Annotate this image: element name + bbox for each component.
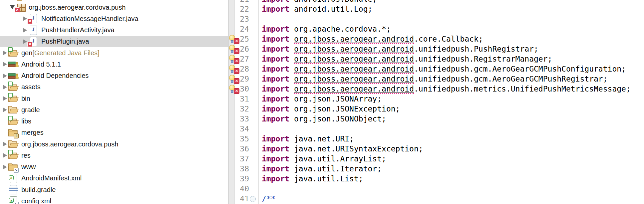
tree-item-gen[interactable]: gen [Generated Java Files] xyxy=(0,47,230,59)
code-line-33[interactable]: 33import org.json.JSONObject; xyxy=(228,114,644,124)
tree-item-label: assets xyxy=(21,83,41,91)
package-explorer: ✕org.jboss.aerogear.cordova.pushJ✕Notifi… xyxy=(0,0,228,204)
tree-item-bin[interactable]: bin xyxy=(0,93,230,104)
tree-item-label: NotificationMessageHandler.java xyxy=(41,15,138,23)
code-text: import android.util.Log; xyxy=(262,4,372,14)
code-line-41[interactable]: 41/** xyxy=(228,194,644,204)
code-line-38[interactable]: 38import java.util.Iterator; xyxy=(228,164,644,174)
error-overlay-icon: ✕ xyxy=(27,42,33,47)
expand-arrow-icon[interactable] xyxy=(23,16,27,21)
code-text: import java.util.Iterator; xyxy=(262,164,382,174)
expand-arrow-icon[interactable] xyxy=(3,96,7,101)
tree-item-libs[interactable]: libs xyxy=(0,116,230,127)
code-line-22[interactable]: 22import android.util.Log; xyxy=(228,4,644,14)
code-text: import org.jboss.aerogear.android.unifie… xyxy=(262,54,552,64)
code-text: import org.jboss.aerogear.android.unifie… xyxy=(262,64,626,74)
folder-open-icon xyxy=(8,82,19,92)
line-number: 31 xyxy=(228,94,249,104)
code-line-34[interactable]: 34 xyxy=(228,124,644,134)
tree-item-decoration: [Generated Java Files] xyxy=(32,49,99,57)
folder-closed-icon: ↘ xyxy=(8,162,19,172)
code-line-27[interactable]: ✕27import org.jboss.aerogear.android.uni… xyxy=(228,54,644,64)
xml-file-icon: a↘ xyxy=(8,196,19,204)
tree-item-build-gradle[interactable]: build.gradle xyxy=(0,184,230,195)
tree-item-androidmanifest-xml[interactable]: aAndroidManifest.xml xyxy=(0,173,230,184)
folder-closed-icon: ! xyxy=(8,128,19,138)
code-line-36[interactable]: 36import java.net.URISyntaxException; xyxy=(228,144,644,154)
expand-arrow-icon[interactable] xyxy=(3,62,7,67)
code-text: import android.os.Bundle; xyxy=(262,0,377,4)
code-line-23[interactable]: 23 xyxy=(228,14,644,24)
tree-item-label: res xyxy=(21,152,31,159)
expand-arrow-icon[interactable] xyxy=(3,142,7,146)
text-file-icon xyxy=(8,185,19,195)
tree-item-res[interactable]: res xyxy=(0,150,230,161)
line-number: 22 xyxy=(228,4,249,14)
line-number: 41 xyxy=(228,194,249,204)
package-icon: ✕ xyxy=(15,2,26,12)
expand-arrow-icon[interactable] xyxy=(3,74,7,78)
expand-arrow-icon[interactable] xyxy=(3,165,7,169)
tree-item-label: AndroidManifest.xml xyxy=(21,174,82,182)
line-number: 23 xyxy=(228,14,249,24)
code-line-35[interactable]: 35import java.net.URI; xyxy=(228,134,644,144)
java-file-icon: J xyxy=(28,25,39,35)
tree-item-label: Android 5.1.1 xyxy=(21,61,61,68)
code-line-30[interactable]: ✕30import org.jboss.aerogear.android.uni… xyxy=(228,84,644,94)
tree-item-org-jboss-aerogear-cordova-push[interactable]: ✕org.jboss.aerogear.cordova.push xyxy=(0,2,237,13)
line-number: 38 xyxy=(228,164,249,174)
line-number: 34 xyxy=(228,124,249,134)
expand-arrow-icon[interactable] xyxy=(23,28,27,33)
collapse-arrow-icon[interactable] xyxy=(10,5,15,9)
folder-open-icon xyxy=(8,139,19,149)
code-line-40[interactable]: 40 xyxy=(228,184,644,194)
expand-arrow-icon[interactable] xyxy=(3,85,7,90)
tree-item-label: bin xyxy=(21,95,30,102)
tree-item-label: org.jboss.aerogear.cordova.push xyxy=(21,140,118,148)
line-number: 36 xyxy=(228,144,249,154)
tree-item-android-5-1-1[interactable]: Android 5.1.1 xyxy=(0,59,230,70)
code-line-29[interactable]: ✕29import org.jboss.aerogear.android.uni… xyxy=(228,74,644,84)
code-line-37[interactable]: 37import java.util.ArrayList; xyxy=(228,154,644,164)
library-icon xyxy=(8,59,19,69)
tree-item-android-dependencies[interactable]: Android Dependencies xyxy=(0,70,230,82)
derived-overlay-icon xyxy=(8,116,13,120)
tree-item-assets[interactable]: assets xyxy=(0,82,230,93)
code-text: import java.util.ArrayList; xyxy=(262,154,386,164)
expand-arrow-icon[interactable] xyxy=(23,39,27,44)
tree-item-org-jboss-aerogear-cordova-push[interactable]: org.jboss.aerogear.cordova.push xyxy=(0,138,230,150)
derived-overlay-icon xyxy=(8,93,13,98)
tree-item-label: build.gradle xyxy=(21,186,56,194)
tree-item-label: gen xyxy=(21,49,32,57)
tree-item-config-xml[interactable]: a↘config.xml xyxy=(0,195,230,204)
tree-item-pushhandleractivity-java[interactable]: JPushHandlerActivity.java xyxy=(0,25,250,36)
code-line-24[interactable]: 24import org.apache.cordova.*; xyxy=(228,24,644,34)
tree-item-notificationmessagehandler-java[interactable]: J✕NotificationMessageHandler.java xyxy=(0,13,250,24)
expand-arrow-icon[interactable] xyxy=(3,153,7,158)
code-text: import java.net.URI; xyxy=(262,134,354,144)
library-icon xyxy=(8,71,19,81)
java-editor[interactable]: 21import android.os.Bundle;22import andr… xyxy=(228,0,644,204)
line-number: 28 xyxy=(228,64,249,74)
tree-item-pushplugin-java[interactable]: J✕PushPlugin.java xyxy=(0,36,250,47)
code-line-25[interactable]: ✕25import org.jboss.aerogear.android.cor… xyxy=(228,34,644,44)
expand-arrow-icon[interactable] xyxy=(3,107,7,112)
tree-item-merges[interactable]: !merges xyxy=(0,127,230,138)
line-number: 33 xyxy=(228,114,249,124)
code-line-31[interactable]: 31import org.json.JSONArray; xyxy=(228,94,644,104)
code-line-28[interactable]: ✕28import org.jboss.aerogear.android.uni… xyxy=(228,64,644,74)
folder-open-icon xyxy=(8,116,19,126)
tree-item-gradle[interactable]: gradle xyxy=(0,104,230,115)
code-line-26[interactable]: ✕26import org.jboss.aerogear.android.uni… xyxy=(228,44,644,54)
folder-open-icon xyxy=(8,150,19,160)
fold-collapse-icon[interactable] xyxy=(250,196,256,202)
tree-item-label: PushPlugin.java xyxy=(41,38,89,45)
code-line-21[interactable]: 21import android.os.Bundle; xyxy=(228,0,644,4)
code-line-32[interactable]: 32import org.json.JSONException; xyxy=(228,104,644,114)
expand-arrow-icon[interactable] xyxy=(3,51,7,55)
line-number: 30 xyxy=(228,84,249,94)
code-line-39[interactable]: 39import java.util.List; xyxy=(228,174,644,184)
tree-item-www[interactable]: ↘www xyxy=(0,161,230,173)
line-number: 26 xyxy=(228,44,249,54)
code-text: import java.net.URISyntaxException; xyxy=(262,144,423,154)
